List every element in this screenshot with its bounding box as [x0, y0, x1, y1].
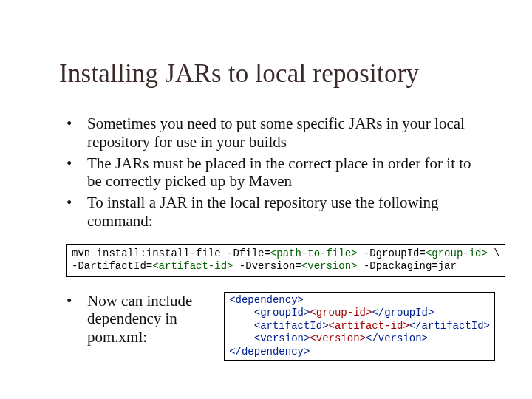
xml-tag: </artifactId>	[409, 320, 490, 332]
code-path: <path-to-file>	[270, 248, 358, 259]
slide-title: Installing JARs to local repository	[59, 59, 419, 88]
code-text: -DgroupId=	[357, 248, 425, 259]
bullet-item: Sometimes you need to put some specific …	[66, 115, 488, 151]
xml-tag: </groupId>	[372, 307, 434, 318]
bottom-row: Now can include dependency in pom.xml: <…	[44, 292, 495, 361]
bullet-item: Now can include dependency in pom.xml:	[66, 292, 194, 347]
code-text: -Dpackaging=jar	[357, 260, 456, 272]
xml-code-block: <dependency> <groupId><group-id></groupI…	[224, 292, 495, 361]
xml-tag: <version>	[254, 332, 310, 344]
slide: Installing JARs to local repository Some…	[0, 0, 532, 399]
code-text: -Dversion=	[233, 260, 301, 272]
bullet-list: Sometimes you need to put some specific …	[44, 115, 495, 231]
title-area: Installing JARs to local repository	[44, 59, 495, 89]
code-text: mvn install:install-file -Dfile=	[72, 248, 270, 259]
xml-tag: <groupId>	[254, 307, 310, 318]
code-text: \	[488, 248, 500, 259]
code-version: <version>	[301, 260, 358, 272]
bullet-item: To install a JAR in the local repository…	[66, 194, 488, 231]
command-code-block: mvn install:install-file -Dfile=<path-to…	[66, 244, 505, 277]
xml-tag: </version>	[366, 332, 428, 344]
xml-value: <artifact-id>	[329, 320, 409, 332]
code-text: -DartifactId=	[72, 260, 152, 272]
xml-tag: <dependency>	[229, 294, 304, 306]
code-groupid: <group-id>	[426, 248, 488, 259]
xml-value: <group-id>	[310, 307, 372, 318]
xml-tag: </dependency>	[229, 346, 310, 358]
bullet-item: The JARs must be placed in the correct p…	[66, 154, 488, 191]
xml-tag: <artifactId>	[254, 320, 329, 332]
bullet-list-2: Now can include dependency in pom.xml:	[66, 292, 202, 349]
xml-value: <version>	[310, 332, 366, 344]
code-artifactid: <artifact-id>	[152, 260, 233, 272]
